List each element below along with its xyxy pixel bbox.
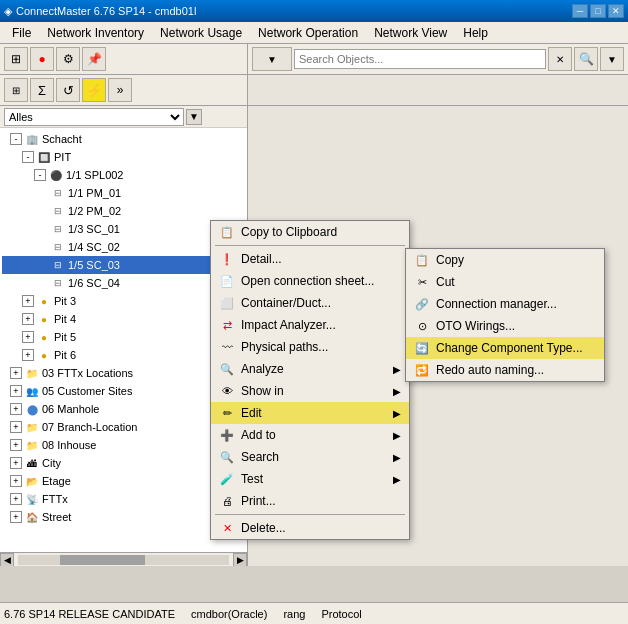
left-toolbar2: ⊞ Σ ↺ ⚡ » (0, 75, 248, 105)
tree-item-customer-sites[interactable]: + 👥 05 Customer Sites (2, 382, 245, 400)
maximize-button[interactable]: □ (590, 4, 606, 18)
expander-fttx-locations[interactable]: + (10, 367, 22, 379)
tree-item-pit[interactable]: - 🔲 PIT (2, 148, 245, 166)
ctx-edit[interactable]: ✏ Edit ▶ (211, 402, 409, 424)
ctx-show-in[interactable]: 👁 Show in ▶ (211, 380, 409, 402)
expander-etage[interactable]: + (10, 475, 22, 487)
settings-button[interactable]: ⚙ (56, 47, 80, 71)
tree-item-etage[interactable]: + 📂 Etage (2, 472, 245, 490)
refresh-button[interactable]: ↺ (56, 78, 80, 102)
expander-pit4[interactable]: + (22, 313, 34, 325)
tree-item-fttx-locations[interactable]: + 📁 03 FTTx Locations (2, 364, 245, 382)
more-button[interactable]: » (108, 78, 132, 102)
horizontal-scrollbar[interactable]: ◀ ▶ (0, 552, 247, 566)
menu-network-usage[interactable]: Network Usage (152, 22, 250, 44)
show-in-arrow: ▶ (393, 386, 401, 397)
ctx-physical-paths[interactable]: 〰 Physical paths... (211, 336, 409, 358)
tree-item-sc02[interactable]: ⊟ 1/4 SC_02 (2, 238, 245, 256)
scroll-thumb[interactable] (60, 555, 144, 565)
menu-network-inventory[interactable]: Network Inventory (39, 22, 152, 44)
ctx-print[interactable]: 🖨 Print... (211, 490, 409, 512)
menu-file[interactable]: File (4, 22, 39, 44)
tree-item-pit3[interactable]: + ● Pit 3 (2, 292, 245, 310)
expander-street[interactable]: + (10, 511, 22, 523)
menu-network-operation[interactable]: Network Operation (250, 22, 366, 44)
pin-button[interactable]: 📌 (82, 47, 106, 71)
tree-item-sc01[interactable]: ⊟ 1/3 SC_01 (2, 220, 245, 238)
scroll-right[interactable]: ▶ (233, 553, 247, 567)
expander-fttx[interactable]: + (10, 493, 22, 505)
icon-spl002: ⚫ (48, 167, 64, 183)
tree-item-pm01[interactable]: ⊟ 1/1 PM_01 (2, 184, 245, 202)
tree-item-spl002[interactable]: - ⚫ 1/1 SPL002 (2, 166, 245, 184)
ctx-test[interactable]: 🧪 Test ▶ (211, 468, 409, 490)
expander-branch-location[interactable]: + (10, 421, 22, 433)
menu-network-view[interactable]: Network View (366, 22, 455, 44)
ctx-impact-analyzer-label: Impact Analyzer... (241, 318, 401, 332)
label-sc04: 1/6 SC_04 (68, 277, 120, 289)
alles-select[interactable]: Alles (4, 108, 184, 126)
ctx-add-to[interactable]: ➕ Add to ▶ (211, 424, 409, 446)
expander-pit3[interactable]: + (22, 295, 34, 307)
ctx-impact-analyzer[interactable]: ⇄ Impact Analyzer... (211, 314, 409, 336)
tree-item-branch-location[interactable]: + 📁 07 Branch-Location (2, 418, 245, 436)
menu-help[interactable]: Help (455, 22, 496, 44)
tree-item-sc04[interactable]: ⊟ 1/6 SC_04 (2, 274, 245, 292)
sigma-button[interactable]: Σ (30, 78, 54, 102)
tree-item-fttx[interactable]: + 📡 FTTx (2, 490, 245, 508)
label-sc01: 1/3 SC_01 (68, 223, 120, 235)
expander-manhole[interactable]: + (10, 403, 22, 415)
search-input[interactable] (294, 49, 546, 69)
ctx-search[interactable]: 🔍 Search ▶ (211, 446, 409, 468)
expander-schacht[interactable]: - (10, 133, 22, 145)
tree-item-inhouse[interactable]: + 📁 08 Inhouse (2, 436, 245, 454)
sub-change-component[interactable]: 🔄 Change Component Type... (406, 337, 604, 359)
ctx-container-duct[interactable]: ⬜ Container/Duct... (211, 292, 409, 314)
ctx-detail[interactable]: ❗ Detail... (211, 248, 409, 270)
label-branch-location: 07 Branch-Location (42, 421, 137, 433)
expander-pit6[interactable]: + (22, 349, 34, 361)
lightning-button[interactable]: ⚡ (82, 78, 106, 102)
tree-item-pm02[interactable]: ⊟ 1/2 PM_02 (2, 202, 245, 220)
tree-item-street[interactable]: + 🏠 Street (2, 508, 245, 526)
close-button[interactable]: ✕ (608, 4, 624, 18)
expander-city[interactable]: + (10, 457, 22, 469)
tree-item-pit6[interactable]: + ● Pit 6 (2, 346, 245, 364)
second-toolbars-row: ⊞ Σ ↺ ⚡ » (0, 75, 628, 106)
icon-sc01: ⊟ (50, 221, 66, 237)
search-options-button[interactable]: ▼ (600, 47, 624, 71)
tree-item-city[interactable]: + 🏙 City (2, 454, 245, 472)
ctx-copy-clipboard[interactable]: 📋 Copy to Clipboard (211, 221, 409, 243)
grid2-button[interactable]: ⊞ (4, 78, 28, 102)
sub-copy[interactable]: 📋 Copy (406, 249, 604, 271)
scroll-track[interactable] (18, 555, 229, 565)
expander-customer-sites[interactable]: + (10, 385, 22, 397)
sub-connection-manager[interactable]: 🔗 Connection manager... (406, 293, 604, 315)
ctx-physical-paths-label: Physical paths... (241, 340, 401, 354)
sub-cut[interactable]: ✂ Cut (406, 271, 604, 293)
minimize-button[interactable]: ─ (572, 4, 588, 18)
tree-item-pit5[interactable]: + ● Pit 5 (2, 328, 245, 346)
tree-item-schacht[interactable]: - 🏢 Schacht (2, 130, 245, 148)
sub-redo-auto[interactable]: 🔁 Redo auto naming... (406, 359, 604, 381)
tree-item-manhole[interactable]: + ⬤ 06 Manhole (2, 400, 245, 418)
sub-oto-wirings[interactable]: ⊙ OTO Wirings... (406, 315, 604, 337)
expander-inhouse[interactable]: + (10, 439, 22, 451)
red-button[interactable]: ● (30, 47, 54, 71)
ctx-analyze[interactable]: 🔍 Analyze ▶ (211, 358, 409, 380)
clear-search-button[interactable]: ✕ (548, 47, 572, 71)
tree-item-sc03[interactable]: ⊟ 1/5 SC_03 (2, 256, 245, 274)
scroll-left[interactable]: ◀ (0, 553, 14, 567)
ctx-open-connection[interactable]: 📄 Open connection sheet... (211, 270, 409, 292)
ctx-delete[interactable]: ✕ Delete... (211, 517, 409, 539)
search-execute-button[interactable]: 🔍 (574, 47, 598, 71)
grid-button[interactable]: ⊞ (4, 47, 28, 71)
search-toolbar: ▼ ✕ 🔍 ▼ (248, 44, 628, 74)
expander-pit5[interactable]: + (22, 331, 34, 343)
expander-spl002[interactable]: - (34, 169, 46, 181)
expander-pit[interactable]: - (22, 151, 34, 163)
dropdown-button[interactable]: ▼ (252, 47, 292, 71)
ctx-open-connection-label: Open connection sheet... (241, 274, 401, 288)
collapse-button[interactable]: ▼ (186, 109, 202, 125)
tree-item-pit4[interactable]: + ● Pit 4 (2, 310, 245, 328)
